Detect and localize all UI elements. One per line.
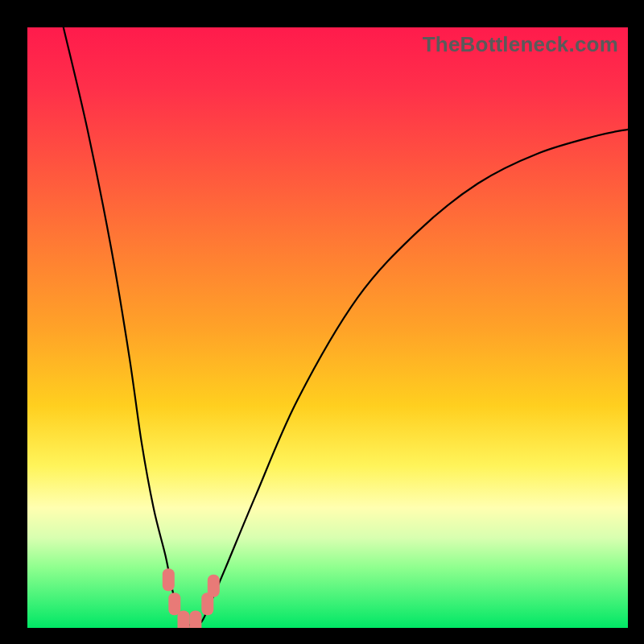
curve-marker xyxy=(189,611,201,629)
chart-frame: TheBottleneck.com xyxy=(0,0,644,644)
curve-marker xyxy=(168,592,180,615)
bottleneck-curve xyxy=(64,27,628,625)
curve-marker xyxy=(178,611,190,629)
curve-marker xyxy=(163,568,175,591)
plot-area: TheBottleneck.com xyxy=(27,27,628,628)
curve-markers xyxy=(163,568,220,628)
curve-svg xyxy=(27,27,628,628)
curve-marker xyxy=(208,575,220,597)
